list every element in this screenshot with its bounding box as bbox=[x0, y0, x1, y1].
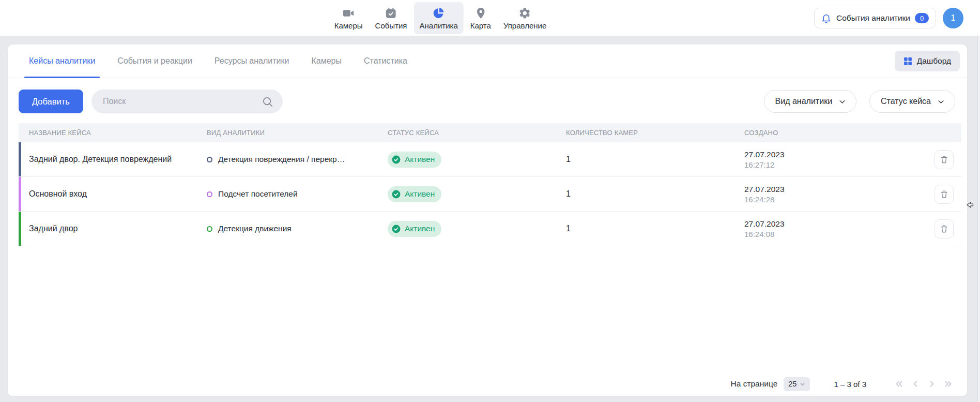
row-accent-bar bbox=[19, 177, 21, 211]
tab-statistics[interactable]: Статистика bbox=[364, 44, 407, 78]
search-icon bbox=[262, 96, 273, 108]
status-badge: Активен bbox=[388, 152, 441, 168]
nav-item-events[interactable]: События bbox=[370, 2, 413, 34]
analytics-type-label: Подсчет посетителей bbox=[218, 189, 298, 199]
row-accent-bar bbox=[19, 142, 21, 176]
created-cell: 27.07.2023 16:24:08 bbox=[744, 219, 935, 239]
filters: Вид аналитики Статус кейса bbox=[764, 90, 955, 113]
chevron-down-icon bbox=[838, 98, 846, 106]
camera-count: 1 bbox=[566, 224, 744, 233]
analytics-type-cell: Детекция движения bbox=[207, 224, 388, 233]
pager-buttons bbox=[892, 377, 955, 391]
tab-analytics-resources[interactable]: Ресурсы аналитики bbox=[215, 44, 289, 78]
scrollbar-gutter[interactable] bbox=[977, 36, 980, 402]
trash-icon bbox=[939, 224, 949, 234]
pagination-range: 1 – 3 of 3 bbox=[834, 380, 866, 389]
calendar-check-icon bbox=[385, 6, 397, 20]
col-camera-count: КОЛИЧЕСТВО КАМЕР bbox=[566, 129, 744, 137]
next-page-button[interactable] bbox=[925, 377, 939, 391]
created-time: 16:27:12 bbox=[744, 160, 935, 169]
analytics-type-label: Детекция повреждения / перекр… bbox=[218, 155, 345, 164]
check-circle-icon bbox=[391, 224, 401, 234]
camera-count: 1 bbox=[566, 189, 744, 199]
chevron-right-icon bbox=[926, 378, 938, 390]
check-circle-icon bbox=[391, 189, 401, 199]
status-cell: Активен bbox=[388, 221, 566, 237]
trash-icon bbox=[939, 189, 949, 199]
check-circle-icon bbox=[391, 155, 401, 165]
tab-analytics-cases[interactable]: Кейсы аналитики bbox=[29, 44, 95, 78]
nav-item-map[interactable]: Карта bbox=[465, 2, 497, 34]
created-date: 27.07.2023 bbox=[744, 150, 935, 159]
nav-label: Управление bbox=[503, 21, 546, 30]
delete-button[interactable] bbox=[935, 150, 954, 169]
camera-count: 1 bbox=[566, 155, 744, 164]
tabs: Кейсы аналитики События и реакции Ресурс… bbox=[29, 44, 407, 78]
top-right: События аналитики 0 1 bbox=[814, 0, 963, 36]
status-label: Активен bbox=[405, 155, 435, 164]
nav-item-management[interactable]: Управление bbox=[498, 2, 552, 34]
per-page-select[interactable]: 25 bbox=[784, 377, 810, 391]
status-badge: Активен bbox=[388, 186, 441, 202]
status-cell: Активен bbox=[388, 152, 566, 168]
created-cell: 27.07.2023 16:27:12 bbox=[744, 150, 935, 169]
nav-item-cameras[interactable]: Камеры bbox=[329, 2, 369, 34]
mouse-cursor bbox=[966, 201, 974, 211]
per-page-label: На странице bbox=[731, 379, 778, 389]
delete-button[interactable] bbox=[935, 185, 954, 204]
analytics-type-icon bbox=[207, 226, 212, 232]
case-status-filter[interactable]: Статус кейса bbox=[869, 90, 955, 113]
filter-label: Статус кейса bbox=[881, 97, 931, 106]
add-button[interactable]: Добавить bbox=[19, 90, 83, 113]
screen: Камеры События Аналитика Карта bbox=[0, 0, 980, 402]
created-date: 27.07.2023 bbox=[744, 185, 935, 194]
prev-page-button[interactable] bbox=[909, 377, 922, 391]
actions-cell bbox=[935, 219, 962, 239]
table-row[interactable]: Задний двор. Детекция повреждений Детекц… bbox=[19, 142, 961, 177]
created-date: 27.07.2023 bbox=[744, 219, 935, 229]
events-count-badge: 0 bbox=[915, 13, 929, 23]
trash-icon bbox=[939, 155, 949, 165]
double-chevron-left-icon bbox=[893, 378, 905, 390]
search-box bbox=[91, 90, 283, 113]
table-header: НАЗВАНИЕ КЕЙСА ВИД АНАЛИТИКИ СТАТУС КЕЙС… bbox=[19, 123, 961, 142]
first-page-button[interactable] bbox=[892, 377, 906, 391]
video-camera-icon bbox=[342, 6, 355, 20]
created-time: 16:24:08 bbox=[744, 230, 935, 239]
table-row[interactable]: Основной вход Подсчет посетителей Активе… bbox=[19, 177, 961, 212]
analytics-type-icon bbox=[207, 191, 212, 197]
created-time: 16:24:28 bbox=[744, 195, 935, 204]
search-input[interactable] bbox=[103, 97, 262, 106]
avatar[interactable]: 1 bbox=[943, 8, 963, 28]
tab-cameras[interactable]: Камеры bbox=[311, 44, 342, 78]
dashboard-icon bbox=[904, 57, 912, 66]
col-analytics-type: ВИД АНАЛИТИКИ bbox=[207, 129, 388, 137]
table-row[interactable]: Задний двор Детекция движения Активен 1 … bbox=[19, 212, 961, 246]
status-label: Активен bbox=[405, 224, 435, 233]
analytics-type-cell: Подсчет посетителей bbox=[207, 189, 388, 199]
analytics-type-filter[interactable]: Вид аналитики bbox=[764, 90, 857, 113]
status-label: Активен bbox=[405, 189, 435, 199]
status-badge: Активен bbox=[388, 221, 441, 237]
col-created: СОЗДАНО bbox=[744, 129, 935, 137]
col-case-name: НАЗВАНИЕ КЕЙСА bbox=[29, 129, 207, 137]
dashboard-button[interactable]: Дашборд bbox=[895, 51, 960, 71]
case-name: Основной вход bbox=[29, 189, 207, 199]
nav-item-analytics[interactable]: Аналитика bbox=[414, 2, 464, 34]
chevron-left-icon bbox=[910, 378, 921, 390]
analytics-events-button[interactable]: События аналитики 0 bbox=[814, 8, 936, 28]
nav-label: Аналитика bbox=[420, 21, 458, 30]
bell-icon bbox=[821, 13, 832, 24]
toolbar: Добавить Вид аналитики Статус кейса bbox=[19, 90, 955, 113]
nav-label: Камеры bbox=[334, 21, 363, 30]
tab-events-and-reactions[interactable]: События и реакции bbox=[117, 44, 192, 78]
case-name: Задний двор bbox=[29, 224, 207, 233]
nav-label: Карта bbox=[470, 21, 491, 30]
delete-button[interactable] bbox=[935, 219, 954, 239]
actions-cell bbox=[935, 185, 962, 204]
case-name: Задний двор. Детекция повреждений bbox=[29, 155, 207, 164]
per-page-value: 25 bbox=[788, 380, 797, 388]
map-pin-icon bbox=[474, 6, 487, 20]
cases-table: НАЗВАНИЕ КЕЙСА ВИД АНАЛИТИКИ СТАТУС КЕЙС… bbox=[19, 123, 961, 246]
last-page-button[interactable] bbox=[942, 377, 955, 391]
